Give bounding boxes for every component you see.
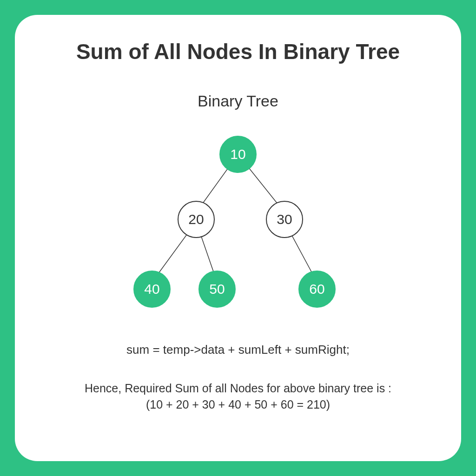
node-value: 50 xyxy=(209,281,225,297)
tree-node-leaf-50: 50 xyxy=(198,271,236,308)
node-value: 10 xyxy=(230,146,245,162)
diagram-card: Sum of All Nodes In Binary Tree Binary T… xyxy=(15,15,461,461)
node-value: 40 xyxy=(144,281,159,297)
tree-node-leaf-60: 60 xyxy=(298,271,336,308)
node-value: 30 xyxy=(277,212,292,227)
tree-subtitle: Binary Tree xyxy=(198,92,278,110)
result-text-line2: (10 + 20 + 30 + 40 + 50 + 60 = 210) xyxy=(146,397,330,413)
node-value: 60 xyxy=(309,281,324,297)
result-text-line1: Hence, Required Sum of all Nodes for abo… xyxy=(85,380,391,397)
tree-node-leaf-40: 40 xyxy=(133,271,171,308)
tree-node-root: 10 xyxy=(219,136,257,173)
tree-node-right: 30 xyxy=(266,201,303,238)
tree-node-left: 20 xyxy=(178,201,215,238)
binary-tree-diagram: 10 20 30 40 50 60 xyxy=(99,129,377,315)
node-value: 20 xyxy=(188,212,204,227)
formula-text: sum = temp->data + sumLeft + sumRight; xyxy=(126,343,350,357)
page-title: Sum of All Nodes In Binary Tree xyxy=(76,39,400,64)
